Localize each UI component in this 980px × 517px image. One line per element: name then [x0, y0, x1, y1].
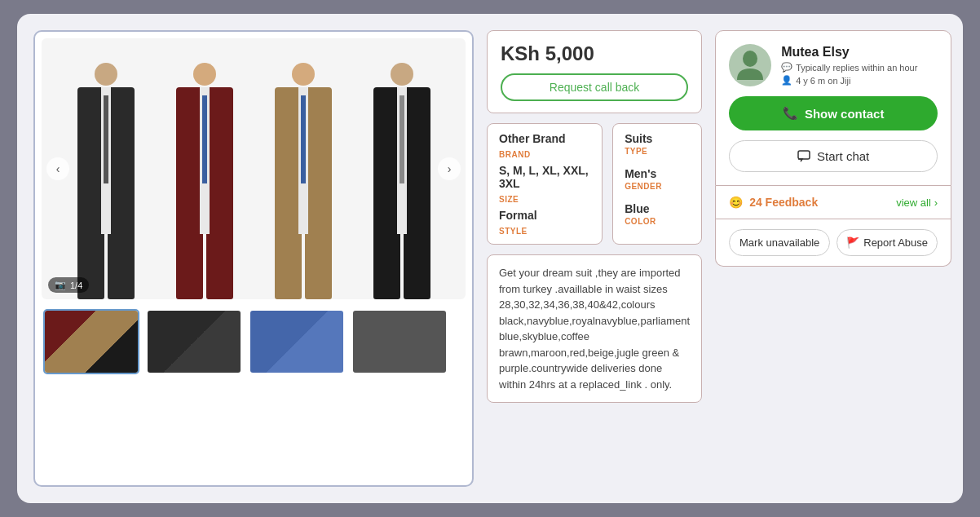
suit-leg-3b [305, 234, 332, 299]
suit-leg-2b [206, 234, 233, 299]
color-label: COLOR [625, 217, 690, 226]
suit-figure-4 [373, 63, 430, 299]
description-card: Get your dream suit ,they are imported f… [487, 254, 702, 403]
svg-rect-1 [798, 151, 810, 159]
description-text: Get your dream suit ,they are imported f… [499, 267, 690, 391]
suit-leg-3a [275, 234, 302, 299]
suit-body-2 [176, 87, 233, 234]
suit-legs-3 [275, 234, 332, 299]
seller-info-row: Mutea Elsy 💬 Typically replies within an… [729, 44, 938, 86]
suits-display [42, 38, 466, 299]
person-icon: 👤 [781, 75, 792, 86]
thumbnail-1[interactable] [43, 309, 139, 374]
thumbnail-3[interactable] [249, 309, 345, 374]
view-all-link[interactable]: view all › [896, 197, 938, 209]
seller-duration: 👤 4 y 6 m on Jiji [781, 75, 917, 86]
price-text: KSh 5,000 [501, 42, 688, 65]
feedback-section: 😊 24 Feedback view all › [715, 186, 951, 219]
tie-1 [104, 95, 108, 183]
main-image-area: ‹ › 📷 1/4 [42, 38, 466, 299]
next-image-button[interactable]: › [438, 157, 461, 180]
type-label: TYPE [625, 147, 690, 156]
suit-head-2 [193, 63, 216, 86]
thumbnail-4[interactable] [351, 309, 448, 374]
suit-head-1 [95, 63, 117, 86]
tie-3 [301, 95, 306, 183]
attr-card-right: Suits TYPE Men's GENDER Blue COLOR [612, 123, 702, 245]
seller-reply-text: 💬 Typically replies within an hour [781, 62, 917, 73]
camera-icon: 📷 [55, 280, 66, 290]
seller-card: Mutea Elsy 💬 Typically replies within an… [715, 30, 951, 186]
seller-section: Mutea Elsy 💬 Typically replies within an… [715, 30, 951, 487]
smile-icon: 😊 [729, 196, 743, 209]
suit-figure-3 [275, 63, 332, 299]
tie-2 [202, 95, 207, 183]
gender-value: Men's [625, 167, 690, 180]
user-silhouette-icon [737, 51, 763, 80]
suit-leg-2a [176, 234, 203, 299]
feedback-left: 😊 24 Feedback [729, 196, 818, 209]
suit-head-4 [391, 63, 413, 86]
photo-count-badge: 📷 1/4 [48, 277, 89, 293]
suit-body-1 [77, 87, 135, 234]
price-card: KSh 5,000 Request call back [487, 30, 702, 113]
thumb-inner-1 [45, 311, 138, 373]
seller-name: Mutea Elsy [781, 45, 917, 60]
suit-legs-4 [373, 234, 430, 299]
suit-figure-2 [176, 63, 233, 299]
color-group: Blue COLOR [625, 202, 690, 226]
chat-bubble-icon: 💬 [781, 62, 792, 73]
seller-meta: Mutea Elsy 💬 Typically replies within an… [781, 45, 917, 86]
gender-label: GENDER [625, 182, 690, 191]
brand-value: Other Brand [499, 132, 590, 145]
thumb-inner-2 [148, 311, 241, 373]
suit-head-3 [292, 63, 315, 86]
prev-image-button[interactable]: ‹ [46, 157, 69, 180]
request-call-back-button[interactable]: Request call back [501, 73, 688, 101]
suit-leg-4a [373, 234, 400, 299]
attr-card-left: Other Brand BRAND S, M, L, XL, XXL, 3XL … [487, 123, 603, 245]
suit-legs-2 [176, 234, 233, 299]
feedback-count: 24 Feedback [749, 196, 818, 209]
suit-leg-4b [404, 234, 430, 299]
style-value: Formal [499, 209, 590, 222]
flag-icon: 🚩 [846, 236, 859, 249]
chevron-right-icon: › [934, 197, 938, 209]
style-label: STYLE [499, 227, 590, 236]
report-abuse-button[interactable]: 🚩 Report Abuse [837, 229, 938, 256]
photo-count-text: 1/4 [70, 281, 82, 290]
gallery-section: ‹ › 📷 1/4 [33, 30, 474, 487]
thumb-inner-3 [250, 311, 343, 373]
attributes-row: Other Brand BRAND S, M, L, XL, XXL, 3XL … [487, 123, 702, 245]
avatar [729, 44, 771, 86]
type-group: Suits TYPE [625, 132, 690, 156]
size-value: S, M, L, XL, XXL, 3XL [499, 164, 590, 190]
brand-label: BRAND [499, 150, 590, 159]
size-label: SIZE [499, 195, 590, 204]
suit-body-4 [373, 87, 430, 234]
details-section: KSh 5,000 Request call back Other Brand … [487, 30, 702, 487]
type-value: Suits [625, 132, 690, 145]
suit-body-3 [275, 87, 332, 234]
phone-icon: 📞 [783, 106, 798, 121]
tie-4 [400, 95, 404, 183]
action-buttons-row: Mark unavailable 🚩 Report Abuse [715, 219, 951, 267]
color-value: Blue [625, 202, 690, 215]
show-contact-button[interactable]: 📞 Show contact [729, 96, 938, 130]
start-chat-button[interactable]: Start chat [729, 140, 938, 172]
chat-icon [797, 150, 810, 163]
svg-point-0 [743, 51, 757, 67]
thumb-inner-4 [353, 311, 446, 373]
thumbnails-row [42, 306, 466, 378]
suit-figure-1 [77, 63, 135, 299]
thumbnail-2[interactable] [146, 309, 242, 374]
mark-unavailable-button[interactable]: Mark unavailable [729, 229, 830, 256]
suit-leg-1b [108, 234, 135, 299]
page-container: ‹ › 📷 1/4 KSh 5,000 [17, 14, 963, 503]
gender-group: Men's GENDER [625, 167, 690, 191]
